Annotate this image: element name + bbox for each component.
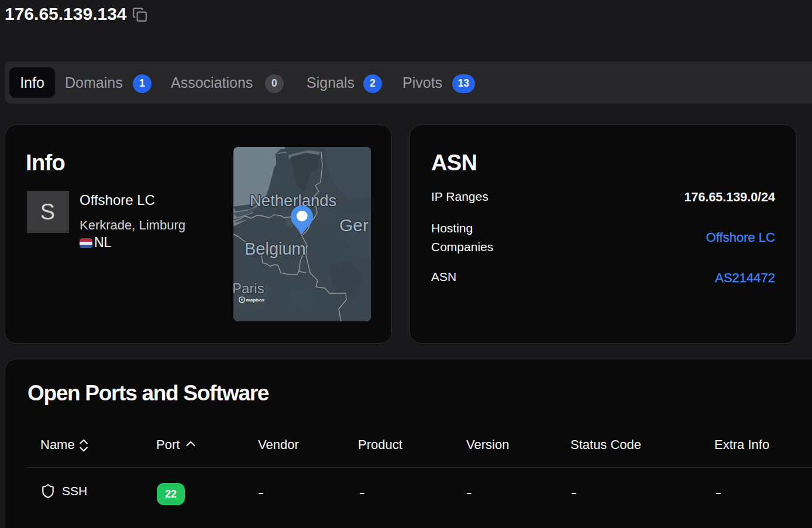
svg-text:Ger: Ger [339,215,369,235]
svg-text:mapbox: mapbox [246,297,265,303]
svg-text:Paris: Paris [233,280,264,296]
svg-text:Netherlands: Netherlands [250,191,336,210]
svg-text:Belgium: Belgium [245,239,306,258]
